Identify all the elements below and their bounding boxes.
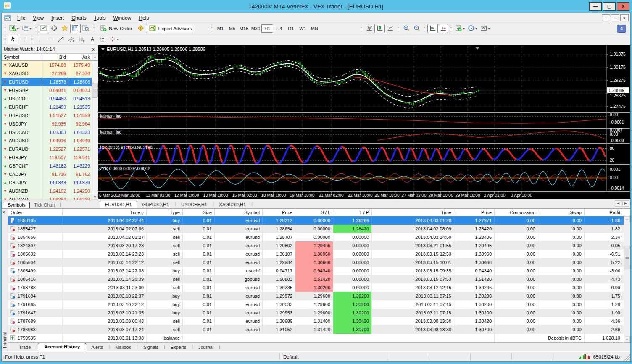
vertical-line-button[interactable] <box>34 35 45 44</box>
market-watch-row-usdcad[interactable]: ▲USDCAD1.013031.01333 <box>2 128 92 136</box>
order-row-1805632[interactable]: 18056322013.03.14 23:23sell0.01eurusd1.3… <box>8 250 624 258</box>
market-watch-row-usdchf[interactable]: ▲USDCHF0.944820.94513 <box>2 94 92 103</box>
order-row-1787689[interactable]: 17876892013.03.08 00:43sell0.01eurusd1.3… <box>8 317 624 325</box>
close-button[interactable]: X <box>617 2 629 11</box>
trendline-button[interactable] <box>55 35 66 44</box>
minimize-button[interactable]: — <box>589 2 602 11</box>
chart-canvas[interactable]: 1.310751.301751.292751.283751.274751.285… <box>98 45 630 199</box>
timeframe-m15[interactable]: M15 <box>238 24 250 33</box>
symbol-column-header[interactable]: Symbol <box>2 55 42 60</box>
terminal-tab-experts[interactable]: Experts <box>166 344 191 351</box>
market-watch-row-cadjpy[interactable]: ▼CADJPY91.71691.762 <box>2 170 92 178</box>
toolbar-grip[interactable] <box>361 25 362 32</box>
market-watch-row-usdjpy[interactable]: ▼USDJPY92.93592.964 <box>2 120 92 128</box>
expert-advisors-button[interactable]: Expert Advisors <box>146 24 195 33</box>
market-watch-row-gbpusd[interactable]: ▼GBPUSD1.515271.51559 <box>2 111 92 120</box>
market-watch-row-eurusd[interactable]: ▼EURUSD1.285791.28606 <box>2 78 92 86</box>
tick-chart-button[interactable] <box>39 24 49 33</box>
order-row-1824807[interactable]: 18248072013.03.20 17:28sell0.01eurusd1.2… <box>8 241 624 250</box>
status-connection[interactable]: 65015/24 kb <box>553 353 623 361</box>
market-watch-row-eurjpy[interactable]: ▼EURJPY119.507119.541 <box>2 153 92 162</box>
timeframe-mn[interactable]: MN <box>308 24 320 33</box>
toolbar-grip[interactable] <box>398 25 399 32</box>
column-header-sl[interactable]: S / L <box>295 209 333 216</box>
chart-close-button[interactable]: x <box>620 14 629 21</box>
terminal-tab-signals[interactable]: Signals <box>138 344 163 351</box>
menu-help[interactable]: Help <box>135 14 153 22</box>
zoom-in-button[interactable] <box>401 24 411 33</box>
market-watch-tab-symbols[interactable]: Symbols <box>3 202 30 208</box>
timeframe-d1[interactable]: D1 <box>285 24 297 33</box>
order-row-1855427[interactable]: 18554272013.04.02 07:06sell0.01eurusd1.2… <box>8 225 624 233</box>
market-watch-scroll-up-icon[interactable]: ▲ <box>92 54 98 60</box>
chart-minimize-button[interactable]: – <box>602 14 610 21</box>
toolbar-grip[interactable] <box>31 36 32 43</box>
order-row-1805504[interactable]: 18055042013.03.14 22:12sell0.01eurusd1.2… <box>8 258 624 267</box>
order-row-1786988[interactable]: 17869882013.03.07 17:24sell0.01eurusd1.3… <box>8 325 624 334</box>
market-watch-row-audnzd[interactable]: ▼AUDNZD1.241921.24250 <box>2 187 92 195</box>
order-row-1791665[interactable]: 17916652013.03.10 22:12buy0.01eurusd1.30… <box>8 300 624 309</box>
timeframe-w1[interactable]: W1 <box>297 24 308 33</box>
crosshair-target-button[interactable] <box>49 24 60 33</box>
menu-insert[interactable]: Insert <box>47 14 68 22</box>
terminal-tab-mailbox[interactable]: Mailbox <box>110 344 136 351</box>
warning-button[interactable]: ! <box>135 24 146 33</box>
data-window-button[interactable] <box>81 24 91 33</box>
order-row-1793788[interactable]: 17937882013.03.11 23:00sell0.01eurusd1.3… <box>8 283 624 292</box>
order-row-1858105[interactable]: 18581052013.04.02 23:44buy0.01eurusd1.28… <box>8 216 624 225</box>
menu-view[interactable]: View <box>29 14 47 22</box>
column-header-time[interactable]: Time ▽ <box>63 209 147 216</box>
bar-chart-type-button[interactable] <box>364 24 374 33</box>
toolbar-grip[interactable] <box>93 25 95 32</box>
order-row-1791694[interactable]: 17916942013.03.10 22:37buy0.01eurusd1.29… <box>8 292 624 300</box>
terminal-close-icon[interactable]: x <box>3 210 5 214</box>
bid-column-header[interactable]: Bid <box>42 55 68 60</box>
column-header-price[interactable]: Price <box>454 209 495 216</box>
order-row-1759535[interactable]: 17595352013.03.01 13:38balanceDeposit in… <box>8 334 624 342</box>
column-header-time[interactable]: Time <box>372 209 454 216</box>
maximize-button[interactable]: ▢ <box>603 2 616 11</box>
timeframe-m5[interactable]: M5 <box>226 24 238 33</box>
market-watch-row-audusd[interactable]: ▼AUDUSD1.049161.04949 <box>2 136 92 145</box>
profiles-button[interactable]: ▼ <box>21 24 33 33</box>
terminal-scroll-down-icon[interactable]: ▼ <box>624 336 630 342</box>
chart-tab-eurusd-h1[interactable]: EURUSD,H1 <box>100 201 137 208</box>
terminal-tab-alerts[interactable]: Alerts <box>86 344 108 351</box>
notifications-badge[interactable]: 4 <box>617 25 626 33</box>
ask-column-header[interactable]: Ask <box>68 55 92 60</box>
market-watch-toggle-button[interactable] <box>70 24 81 33</box>
zoom-out-button[interactable] <box>411 24 422 33</box>
column-header-price[interactable]: Price <box>263 209 295 216</box>
menu-file[interactable]: File <box>13 14 29 22</box>
order-row-1791647[interactable]: 17916472013.03.10 21:35buy0.01eurusd1.29… <box>8 309 624 317</box>
toolbar-grip[interactable] <box>424 25 425 32</box>
terminal-scroll-up-icon[interactable]: ▲ <box>624 216 630 222</box>
market-watch-tab-tick-chart[interactable]: Tick Chart <box>30 202 59 208</box>
chart-tab-gbpusd-h1[interactable]: GBPUSD,H1 <box>137 201 174 208</box>
market-watch-row-eurchf[interactable]: ▲EURCHF1.214991.21535 <box>2 103 92 111</box>
scrollbar-thumb[interactable] <box>624 246 630 269</box>
cursor-tool-button[interactable] <box>8 35 18 44</box>
terminal-tab-journal[interactable]: Journal <box>193 344 219 351</box>
market-watch-row-eurgbp[interactable]: ▼EURGBP0.848410.84873 <box>2 86 92 94</box>
tab-scroll-left-icon[interactable]: ◀ <box>615 200 621 207</box>
market-watch-row-gbpjpy[interactable]: ▲GBPJPY140.843140.879 <box>2 178 92 187</box>
new-order-button[interactable]: New Order <box>97 24 136 33</box>
column-header-swap[interactable]: Swap <box>538 209 585 216</box>
equidistant-channel-button[interactable]: E <box>66 35 76 44</box>
horizontal-line-button[interactable] <box>45 35 55 44</box>
order-row-1805499[interactable]: 18054992013.03.14 22:08buy0.01usdchf0.94… <box>8 267 624 275</box>
market-watch-row-xauusd[interactable]: ▼XAUUSD1574.881575.49 <box>2 61 92 69</box>
scrollbar-thumb[interactable] <box>92 83 98 98</box>
terminal-tab-trade[interactable]: Trade <box>14 344 36 351</box>
chart-tab-xagusd-h1[interactable]: XAGUSD,H1 <box>214 201 251 208</box>
text-label-button[interactable]: T <box>97 35 108 44</box>
order-row-1854656[interactable]: 18546562013.04.02 01:27sell0.01eurusd1.2… <box>8 233 624 241</box>
candlestick-type-button[interactable] <box>374 24 385 33</box>
periods-button[interactable]: ▼ <box>466 24 479 33</box>
new-chart-button[interactable]: ▼ <box>8 24 21 33</box>
toolbar-grip[interactable] <box>5 36 6 43</box>
timeframe-m1[interactable]: M1 <box>214 24 226 33</box>
arrows-button[interactable]: ▼ <box>108 35 121 44</box>
auto-scroll-button[interactable] <box>427 24 438 33</box>
